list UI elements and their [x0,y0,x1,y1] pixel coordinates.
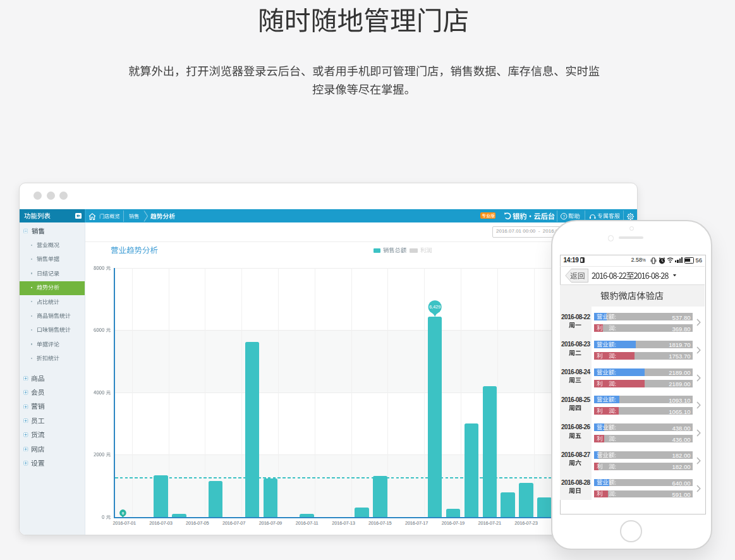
svg-text:?: ? [563,214,566,219]
svg-text:0: 0 [122,510,125,514]
svg-text:6,429: 6,429 [429,304,440,310]
